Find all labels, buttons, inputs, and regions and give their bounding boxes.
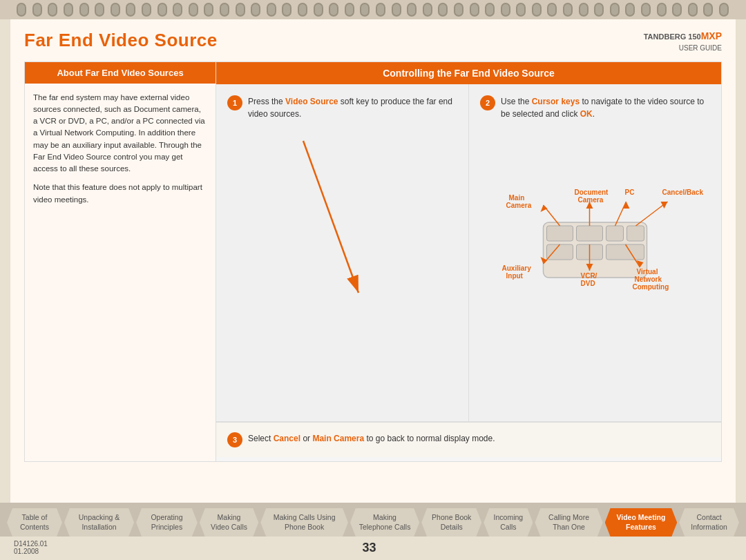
spiral-hole — [438, 3, 448, 17]
spiral-hole — [376, 3, 385, 17]
spiral-hole — [79, 3, 89, 17]
spiral-hole — [32, 3, 42, 17]
spiral-hole — [688, 3, 698, 17]
spiral-hole — [594, 3, 604, 17]
spiral-hole — [703, 3, 713, 17]
sidebar-header: About Far End Video Sources — [25, 62, 216, 84]
spiral-hole — [719, 3, 729, 17]
brand-model-highlight: MXP — [701, 30, 722, 41]
spiral-hole — [485, 3, 495, 17]
main-body: 1 Press the Video Source soft key to pro… — [216, 84, 721, 457]
tab-calling-more-than-one[interactable]: Calling More Than One — [535, 508, 602, 537]
page-title: Far End Video Source — [24, 30, 218, 51]
spiral-hole — [236, 3, 245, 17]
arrow-container — [227, 127, 457, 320]
step3-text: Select Cancel or Main Camera to go back … — [248, 432, 495, 445]
svg-marker-11 — [541, 205, 548, 212]
spiral-hole — [454, 3, 463, 17]
tab-incoming-calls[interactable]: Incoming Calls — [484, 508, 533, 537]
spiral-hole — [173, 3, 182, 17]
step2-highlight-ok: OK — [580, 109, 593, 119]
step2-highlight-cursor-keys: Cursor keys — [532, 97, 580, 106]
doc-date: 01.2008 — [14, 548, 48, 555]
keyboard-diagram: Main Camera Auxiliary Input Docu — [480, 126, 710, 441]
page-number: 33 — [48, 541, 691, 555]
tab-making-calls-phone-book[interactable]: Making Calls Using Phone Book — [260, 508, 348, 537]
spiral-binding — [0, 0, 746, 19]
svg-text:Main: Main — [509, 194, 525, 202]
step3-circle: 3 — [227, 432, 242, 447]
spiral-hole — [470, 3, 479, 17]
spiral-hole — [157, 3, 167, 17]
sidebar-paragraph-2: Note that this feature does not apply to… — [33, 182, 207, 206]
spiral-hole — [563, 3, 573, 17]
main-top-panels: 1 Press the Video Source soft key to pro… — [216, 84, 721, 422]
spiral-hole — [532, 3, 542, 17]
step1-header: 1 Press the Video Source soft key to pro… — [227, 95, 457, 120]
spiral-hole — [95, 3, 104, 17]
svg-rect-4 — [577, 226, 603, 241]
tab-making-telephone-calls[interactable]: Making Telephone Calls — [350, 508, 419, 537]
panel-step1: 1 Press the Video Source soft key to pro… — [216, 84, 469, 421]
svg-rect-9 — [606, 244, 644, 260]
brand-info: TANDBERG 150MXP USER GUIDE — [644, 30, 722, 53]
tab-unpacking-installation[interactable]: Unpacking & Installation — [64, 508, 134, 537]
step2-circle: 2 — [480, 95, 495, 110]
main-area-header: Controlling the Far End Video Source — [216, 62, 721, 84]
spiral-hole — [547, 3, 557, 17]
step1-text: Press the Video Source soft key to produ… — [248, 95, 457, 120]
panel-step2: 2 Use the Cursor keys to navigate to the… — [469, 84, 721, 421]
spiral-hole — [610, 3, 620, 17]
svg-text:Camera: Camera — [506, 202, 532, 209]
tab-video-meeting-features[interactable]: Video Meeting Features — [605, 508, 678, 537]
svg-rect-5 — [606, 226, 624, 241]
spiral-hole — [501, 3, 510, 17]
sidebar-paragraph-1: The far end system may have external vid… — [33, 92, 207, 175]
svg-marker-35 — [661, 202, 668, 209]
svg-text:Network: Network — [635, 276, 662, 283]
sidebar: About Far End Video Sources The far end … — [24, 61, 216, 462]
doc-number: D14126.01 — [14, 540, 48, 548]
spiral-hole — [625, 3, 635, 17]
svg-text:PC: PC — [625, 189, 635, 196]
tab-table-of-contents[interactable]: Table of Contents — [7, 508, 62, 537]
step3-highlight-main-camera: Main Camera — [312, 434, 364, 443]
keyboard-diagram-svg: Main Camera Auxiliary Input Docu — [480, 126, 710, 305]
svg-text:VCR/: VCR/ — [581, 272, 597, 280]
main-page: Far End Video Source TANDBERG 150MXP USE… — [10, 19, 736, 503]
content-area: About Far End Video Sources The far end … — [24, 61, 722, 462]
step3-highlight-cancel: Cancel — [274, 434, 300, 443]
step2-text: Use the Cursor keys to navigate to the v… — [501, 95, 710, 120]
tab-operating-principles[interactable]: Operating Principles — [136, 508, 198, 537]
navigation-tabs: Table of Contents Unpacking & Installati… — [0, 503, 746, 537]
spiral-hole — [267, 3, 276, 17]
spiral-hole — [48, 3, 57, 17]
svg-rect-3 — [547, 226, 573, 241]
svg-rect-6 — [627, 226, 644, 241]
svg-line-1 — [303, 141, 358, 293]
brand-model: TANDBERG 150MXP — [644, 30, 722, 44]
spiral-hole — [579, 3, 589, 17]
step1-circle: 1 — [227, 95, 242, 110]
step2-header: 2 Use the Cursor keys to navigate to the… — [480, 95, 710, 120]
spiral-hole — [111, 3, 120, 17]
spiral-hole — [516, 3, 526, 17]
spiral-hole — [298, 3, 307, 17]
spiral-hole — [641, 3, 651, 17]
spiral-hole — [126, 3, 135, 17]
svg-text:Cancel/Back: Cancel/Back — [662, 189, 704, 196]
tab-phone-book-details[interactable]: Phone Book Details — [421, 508, 481, 537]
svg-text:Auxiliary: Auxiliary — [502, 264, 532, 272]
spiral-hole — [189, 3, 198, 17]
spiral-hole — [204, 3, 213, 17]
tab-making-video-calls[interactable]: Making Video Calls — [200, 508, 258, 537]
page-footer: D14126.01 01.2008 33 — [0, 537, 746, 559]
step1-arrow — [262, 127, 400, 320]
svg-rect-7 — [547, 244, 573, 260]
svg-text:Input: Input — [506, 272, 524, 280]
main-area: Controlling the Far End Video Source 1 P… — [216, 61, 722, 462]
tab-contact-information[interactable]: Contact Information — [679, 508, 739, 537]
spiral-hole — [64, 3, 73, 17]
spiral-hole — [392, 3, 401, 17]
svg-text:Computing: Computing — [633, 283, 669, 291]
